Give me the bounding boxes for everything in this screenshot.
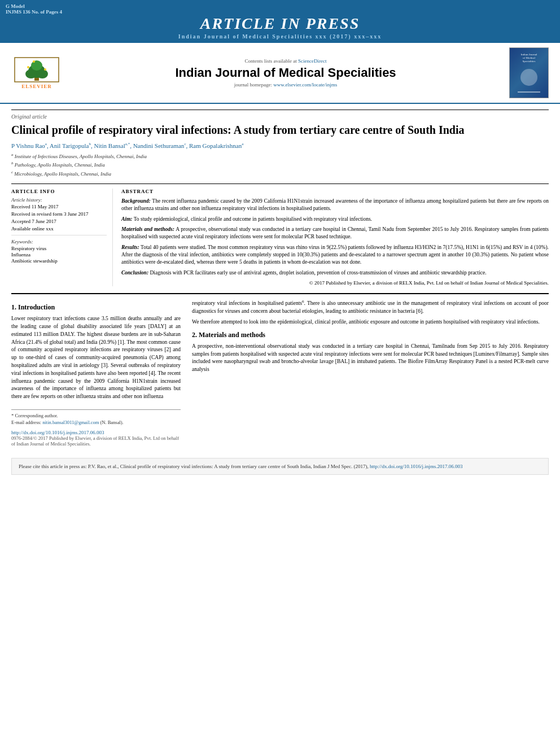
accepted-date: Accepted 7 June 2017: [11, 219, 107, 224]
info-abstract-section: ARTICLE INFO Article history: Received 1…: [11, 184, 549, 286]
citation-box: Please cite this article in press as: P.…: [11, 458, 549, 475]
journal-header: ELSEVIER Contents lists available at Sci…: [0, 43, 560, 104]
main-content: Original article Clinical profile of res…: [0, 104, 560, 452]
article-title: Clinical profile of respiratory viral in…: [11, 123, 549, 137]
journal-name: Indian Journal of Medical Specialities: [68, 65, 504, 80]
article-info-column: ARTICLE INFO Article history: Received 1…: [11, 189, 113, 286]
corresponding-footnote: * Corresponding author.: [11, 413, 181, 418]
citation-doi-link[interactable]: http://dx.doi.org/10.1016/j.injms.2017.0…: [370, 464, 463, 469]
svg-point-6: [44, 68, 46, 71]
available-date: Available online xxx: [11, 226, 107, 231]
publisher-logo: ELSEVIER: [11, 57, 62, 89]
keywords-label: Keywords:: [11, 239, 107, 244]
right-paragraph-2: We therefore attempted to look into the …: [192, 318, 549, 326]
copyright-line: 0976-2884/© 2017 Published by Elsevier, …: [11, 435, 181, 447]
abstract-copyright: © 2017 Published by Elsevier, a division…: [121, 279, 549, 287]
volume-info: Indian Journal of Medical Specialities x…: [0, 33, 560, 41]
affiliation-a: a Institute of Infectious Diseases, Apol…: [11, 152, 549, 161]
homepage-link[interactable]: www.elsevier.com/locate/injms: [273, 82, 337, 88]
intro-paragraph-1: Lower respiratory tract infections cause…: [11, 315, 181, 400]
elsevier-tree-icon: [14, 57, 59, 82]
svg-point-3: [37, 69, 48, 78]
abstract-title: ABSTRACT: [121, 189, 549, 194]
received-date: Received 11 May 2017: [11, 204, 107, 209]
abstract-materials: Materials and methods: A prospective, ob…: [121, 226, 549, 241]
info-divider: [11, 235, 107, 235]
contents-available: Contents lists available at ScienceDirec…: [68, 58, 504, 64]
abstract-conclusion: Conclusion: Diagnosis with PCR facilitat…: [121, 269, 549, 277]
keyword-1: Respiratory virus: [11, 246, 107, 251]
svg-point-4: [31, 60, 42, 71]
model-info: G Model INJMS 136 No. of Pages 4: [0, 3, 560, 15]
body-content: 1. Introduction Lower respiratory tract …: [11, 299, 549, 446]
svg-point-5: [27, 66, 29, 68]
sciencedirect-link[interactable]: ScienceDirect: [298, 58, 326, 64]
article-in-press-banner: G Model INJMS 136 No. of Pages 4 ARTICLE…: [0, 0, 560, 43]
abstract-background: Background: The recent influenza pandemi…: [121, 198, 549, 213]
right-paragraph-1: respiratory viral infections in hospital…: [192, 299, 549, 316]
abstract-column: ABSTRACT Background: The recent influenz…: [121, 189, 549, 286]
body-divider: [11, 293, 549, 294]
article-type: Original article: [11, 110, 549, 120]
keyword-3: Antibiotic stewardship: [11, 258, 107, 264]
journal-title-block: Contents lists available at ScienceDirec…: [68, 58, 504, 88]
journal-cover-thumbnail: Indian Journalof MedicalSpecialities: [509, 47, 549, 98]
email-link[interactable]: nitin.bansal3011@gmail.com: [42, 420, 99, 425]
revised-date: Received in revised form 3 June 2017: [11, 211, 107, 217]
elsevier-label: ELSEVIER: [21, 84, 52, 89]
abstract-results: Results: Total 40 patients were studied.…: [121, 244, 549, 267]
body-right-column: respiratory viral infections in hospital…: [192, 299, 549, 446]
svg-point-7: [33, 60, 35, 63]
footnote-area: * Corresponding author. E-mail address: …: [11, 409, 181, 425]
body-left-column: 1. Introduction Lower respiratory tract …: [11, 299, 181, 446]
doi-link[interactable]: http://dx.doi.org/10.1016/j.injms.2017.0…: [11, 430, 104, 435]
intro-heading: 1. Introduction: [11, 303, 181, 312]
svg-point-2: [25, 69, 37, 78]
journal-homepage: journal homepage: www.elsevier.com/locat…: [68, 82, 504, 88]
article-info-title: ARTICLE INFO: [11, 189, 107, 194]
methods-heading: 2. Materials and methods: [192, 331, 549, 339]
methods-paragraph-1: A prospective, non-interventional observ…: [192, 343, 549, 374]
keyword-2: Influenza: [11, 252, 107, 257]
email-footnote: E-mail address: nitin.bansal3011@gmail.c…: [11, 420, 181, 425]
affiliations: a Institute of Infectious Diseases, Apol…: [11, 152, 549, 178]
doi-line: http://dx.doi.org/10.1016/j.injms.2017.0…: [11, 430, 181, 435]
abstract-aim: Aim: To study epidemiological, clinical …: [121, 216, 549, 223]
authors: P Vishnu Raoa, Anil Tarigopulab, Nitin B…: [11, 142, 549, 149]
article-history-label: Article history:: [11, 197, 107, 203]
affiliation-b: b Pathology, Apollo Hospitals, Chennai, …: [11, 160, 549, 169]
affiliation-c: c Microbiology, Apollo Hospitals, Chenna…: [11, 169, 549, 178]
